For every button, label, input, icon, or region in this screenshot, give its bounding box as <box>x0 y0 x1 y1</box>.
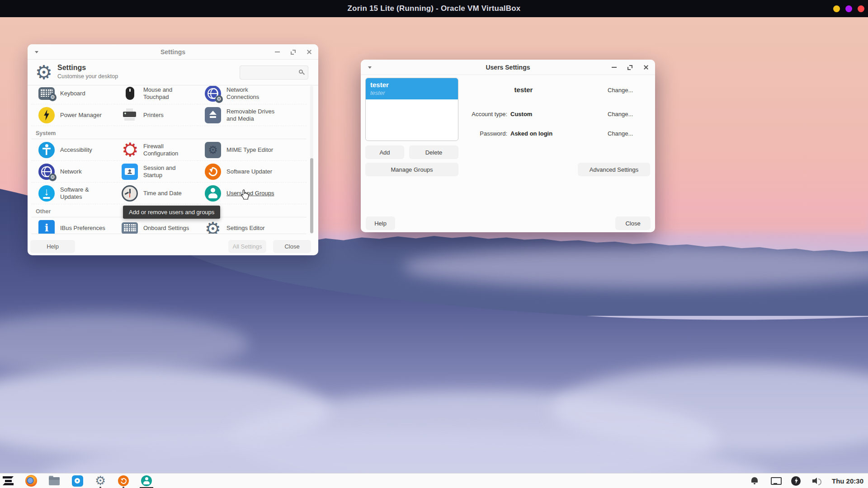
maximize-icon[interactable] <box>627 65 632 70</box>
settings-item-software-updates[interactable]: Software & Updates <box>31 183 114 204</box>
users-window-buttons <box>612 60 649 75</box>
power-icon <box>791 476 801 486</box>
host-close-button[interactable] <box>858 5 864 12</box>
taskbar-zorin-menu[interactable] <box>2 475 14 487</box>
users-settings-window: Users Settings tester tester Add Delete … <box>361 60 655 232</box>
settings-item-printers[interactable]: Printers <box>114 104 198 126</box>
search-icon <box>299 70 303 74</box>
search-box <box>240 66 308 80</box>
software-updater-icon <box>205 164 221 180</box>
status-power[interactable] <box>790 475 802 487</box>
virtualbox-window-title: Zorin 15 Lite (Running) - Oracle VM Virt… <box>348 4 521 13</box>
taskbar-software-updater[interactable] <box>118 475 129 487</box>
host-minimize-button[interactable] <box>833 5 840 12</box>
minimize-icon[interactable] <box>612 67 617 68</box>
advanced-settings-button[interactable]: Advanced Settings <box>578 163 650 176</box>
host-window-controls <box>833 0 864 17</box>
taskbar-status-area: Thu 20:30 <box>749 475 868 487</box>
settings-app-icon <box>34 62 54 82</box>
taskbar-software-store[interactable] <box>71 475 83 487</box>
onboard-icon <box>122 222 138 234</box>
settings-item-users-and-groups[interactable]: Users and Groups <box>198 183 307 204</box>
network-connections-icon <box>205 86 221 102</box>
taskbar-firefox[interactable] <box>25 475 37 487</box>
clock-icon <box>122 185 138 202</box>
settings-item-accessibility[interactable]: Accessibility <box>31 139 114 161</box>
password-label: Password: <box>379 130 507 137</box>
tb-gear-icon <box>94 475 106 487</box>
removable-drives-icon <box>205 107 221 123</box>
caret-down-icon <box>35 51 38 55</box>
account-type-label: Account type: <box>379 111 507 117</box>
settings-section-system: System <box>31 126 307 139</box>
settings-scrollbar[interactable] <box>310 86 313 234</box>
status-volume[interactable] <box>811 475 823 487</box>
search-input[interactable] <box>240 66 308 79</box>
settings-item-power-manager[interactable]: Power Manager <box>31 104 114 126</box>
settings-item-removable-drives[interactable]: Removable Drives and Media <box>198 104 307 126</box>
power-manager-icon <box>38 107 55 123</box>
users-window-titlebar[interactable]: Users Settings <box>361 60 655 75</box>
maximize-icon[interactable] <box>291 50 296 55</box>
mouse-cursor-hand-icon <box>240 189 250 202</box>
taskbar-clock[interactable]: Thu 20:30 <box>832 477 863 485</box>
status-notifications[interactable] <box>749 475 760 487</box>
all-settings-button: All Settings <box>228 240 266 253</box>
page-title: Settings <box>57 64 118 72</box>
keyboard-icon <box>38 87 55 100</box>
firewall-icon <box>122 142 138 158</box>
settings-item-onboard-settings[interactable]: Onboard Settings <box>114 217 198 234</box>
settings-item-network-connections[interactable]: Network Connections <box>198 86 307 104</box>
user-list-item-tester[interactable]: tester tester <box>366 78 458 99</box>
add-user-button[interactable]: Add <box>365 145 404 159</box>
taskbar-file-manager[interactable] <box>48 475 60 487</box>
window-menu-button[interactable] <box>368 60 372 75</box>
taskbar-users-settings[interactable] <box>141 475 152 487</box>
taskbar-settings[interactable] <box>94 475 106 487</box>
minimize-icon[interactable] <box>275 52 280 52</box>
settings-item-settings-editor[interactable]: Settings Editor <box>198 217 307 234</box>
close-icon[interactable] <box>643 65 649 70</box>
change-password-button[interactable]: Change... <box>608 130 644 137</box>
users-help-button[interactable]: Help <box>366 216 395 230</box>
user-name: tester <box>370 81 453 89</box>
tooltip: Add or remove users and groups <box>123 206 220 219</box>
users-close-button[interactable]: Close <box>615 216 651 230</box>
settings-item-firewall-configuration[interactable]: Firewall Configuration <box>114 139 198 161</box>
settings-help-button[interactable]: Help <box>30 240 75 253</box>
settings-item-session-and-startup[interactable]: Session and Startup <box>114 161 198 183</box>
close-icon[interactable] <box>307 49 312 55</box>
status-display[interactable] <box>769 475 781 487</box>
delete-user-button[interactable]: Delete <box>409 145 458 159</box>
settings-close-button[interactable]: Close <box>273 240 311 253</box>
settings-item-software-updater[interactable]: Software Updater <box>198 161 307 183</box>
users-groups-icon <box>205 185 221 202</box>
gear-badge-icon <box>49 174 57 181</box>
display-icon <box>771 477 780 485</box>
bell-icon <box>750 477 759 485</box>
taskbar-launchers <box>0 475 152 487</box>
settings-editor-icon <box>205 220 221 235</box>
host-maximize-button[interactable] <box>845 5 852 12</box>
settings-item-ibus-preferences[interactable]: IBus Preferences <box>31 217 114 234</box>
window-menu-button[interactable] <box>35 44 38 60</box>
scrollbar-thumb[interactable] <box>310 158 313 233</box>
change-account-type-button[interactable]: Change... <box>608 111 644 117</box>
session-startup-icon <box>122 164 138 180</box>
manage-groups-button[interactable]: Manage Groups <box>365 163 458 176</box>
settings-window-titlebar[interactable]: Settings <box>28 44 318 60</box>
taskbar: Thu 20:30 <box>0 473 868 488</box>
settings-item-time-and-date[interactable]: Time and Date <box>114 183 198 204</box>
settings-item-network[interactable]: Network <box>31 161 114 183</box>
settings-item-keyboard[interactable]: Keyboard <box>31 86 114 104</box>
ibus-icon <box>38 220 55 235</box>
settings-item-mouse-touchpad[interactable]: Mouse and Touchpad <box>114 86 198 104</box>
users-window-title: Users Settings <box>486 64 530 71</box>
page-subtitle: Customise your desktop <box>57 73 118 80</box>
settings-window-buttons <box>275 44 312 60</box>
settings-item-mime-type-editor[interactable]: MIME Type Editor <box>198 139 307 161</box>
change-name-button[interactable]: Change... <box>608 87 644 94</box>
folder-icon <box>49 477 60 485</box>
settings-window: Settings Settings Customise your desktop <box>28 44 318 255</box>
mime-editor-icon <box>205 142 221 158</box>
